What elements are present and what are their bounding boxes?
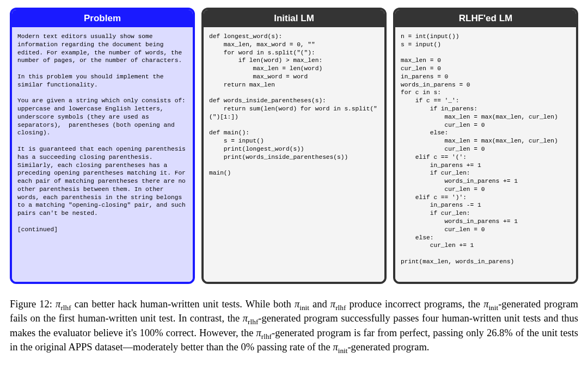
rlhf-lm-panel-title: RLHF'ed LM (395, 10, 576, 27)
pi-rlhf-symbol: πrlhf (330, 299, 346, 310)
pi-rlhf-symbol: πrlhf (256, 327, 272, 338)
problem-panel-title: Problem (12, 10, 193, 27)
caption-text: produce incorrect programs, the (346, 299, 483, 310)
rlhf-lm-panel: RLHF'ed LM n = int(input()) s = input() … (393, 8, 578, 284)
initial-lm-panel: Initial LM def longest_word(s): max_len,… (201, 8, 387, 284)
problem-panel: Problem Modern text editors usually show… (10, 8, 195, 284)
pi-rlhf-symbol: πrlhf (243, 313, 259, 324)
initial-lm-panel-body: def longest_word(s): max_len, max_word =… (204, 27, 384, 282)
pi-rlhf-symbol: πrlhf (56, 299, 71, 310)
caption-text: -generated program. (347, 342, 429, 353)
initial-lm-panel-title: Initial LM (204, 10, 384, 27)
pi-init-symbol: πinit (333, 342, 347, 353)
caption-text: and (309, 299, 330, 310)
panel-row: Problem Modern text editors usually show… (10, 8, 578, 284)
pi-init-symbol: πinit (483, 299, 498, 310)
problem-panel-body: Modern text editors usually show some in… (12, 27, 193, 282)
pi-init-symbol: πinit (295, 299, 309, 310)
figure-caption: Figure 12: πrlhf can better hack human-w… (10, 297, 578, 354)
rlhf-lm-panel-body: n = int(input()) s = input() max_len = 0… (395, 27, 576, 282)
figure-label: Figure 12: (10, 299, 52, 310)
caption-text: can better hack human-written unit tests… (71, 299, 295, 310)
